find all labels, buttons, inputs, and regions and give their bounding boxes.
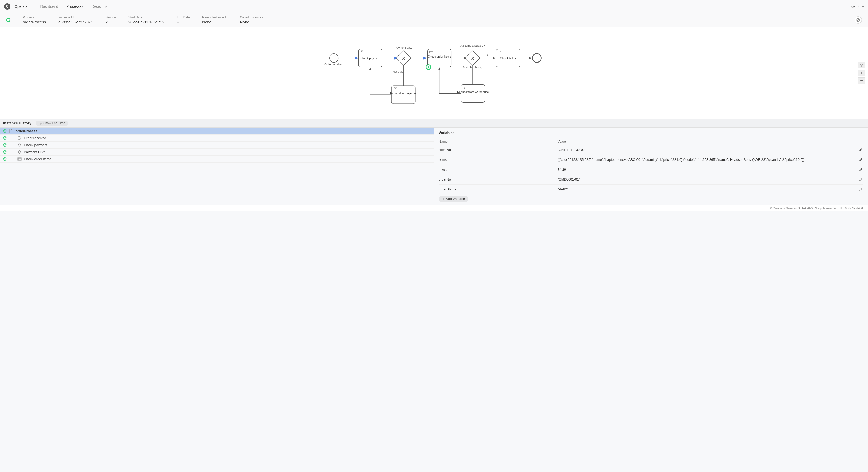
status-done-icon [3, 143, 7, 147]
cancel-icon [856, 18, 860, 22]
var-value: [{"code":"123.135.625","name":"Laptop Le… [558, 158, 859, 161]
var-name: orderNo [439, 177, 558, 181]
node-gateway-payment[interactable]: X [396, 51, 411, 65]
history-row-3[interactable]: Payment OK? [0, 149, 434, 156]
var-name: items [439, 158, 558, 161]
history-label: Payment OK? [24, 150, 45, 154]
info-end-date: End Date -- [177, 16, 190, 24]
edit-variable-button[interactable] [859, 158, 863, 162]
svg-point-26 [861, 65, 862, 66]
target-icon [860, 63, 863, 67]
svg-rect-37 [18, 150, 21, 153]
svg-rect-40 [18, 158, 21, 160]
footer: © Camunda Services GmbH 2022. All rights… [0, 205, 868, 211]
svg-text:Payment OK?: Payment OK? [395, 46, 412, 49]
script-icon: § [464, 85, 465, 89]
variable-row-mwst: mwst74.29 [439, 165, 863, 175]
show-end-time-toggle[interactable]: Show End Time [35, 121, 68, 126]
mail-icon: ✉ [499, 50, 501, 53]
app-name: Operate [14, 4, 34, 8]
history-title: Instance History [3, 121, 31, 125]
zoom-in-button[interactable]: + [858, 69, 865, 76]
svg-text:X: X [471, 56, 474, 61]
gear-icon: ⚙ [17, 143, 22, 147]
info-process: Process orderProcess [23, 16, 46, 24]
history-panel: orderProcessOrder received⚙Check payment… [0, 127, 434, 205]
var-value: "CMD0001-01" [558, 177, 859, 181]
gear-icon: ⚙ [394, 86, 397, 90]
plus-icon: + [442, 197, 444, 201]
svg-point-31 [4, 130, 5, 131]
history-panel-header: Instance History Show End Time [0, 119, 868, 127]
svg-text:All items available?: All items available? [460, 44, 485, 47]
variables-title: Variables [439, 131, 863, 135]
var-value: "CNT-1211132-02" [558, 148, 859, 152]
info-instance-id: Instance Id 4503599627372071 [58, 16, 93, 24]
info-parent-instance: Parent Instance Id None [202, 16, 227, 24]
svg-text:Ship Articles: Ship Articles [500, 57, 516, 60]
history-row-4[interactable]: Check order items [0, 156, 434, 163]
zoom-reset-button[interactable] [858, 62, 865, 68]
circle-icon [17, 136, 22, 140]
svg-line-29 [40, 123, 41, 123]
var-name: clientNo [439, 148, 558, 152]
chevron-down-icon: ▾ [862, 4, 864, 8]
nav-decisions[interactable]: Decisions [92, 4, 107, 8]
nav-dashboard[interactable]: Dashboard [40, 4, 58, 8]
user-menu[interactable]: demo ▾ [851, 4, 864, 8]
node-end-event[interactable] [532, 54, 541, 62]
user-label: demo [851, 4, 861, 8]
clock-icon [39, 122, 42, 125]
form-icon [17, 157, 22, 161]
edit-variable-button[interactable] [859, 168, 863, 172]
svg-line-1 [857, 19, 859, 21]
variables-header: Name Value [439, 138, 863, 145]
variable-row-clientNo: clientNo"CNT-1211132-02" [439, 145, 863, 155]
instance-info-bar: Process orderProcess Instance Id 4503599… [0, 13, 868, 27]
status-done-icon [3, 136, 7, 140]
variable-row-orderNo: orderNo"CMD0001-01" [439, 175, 863, 184]
edit-variable-button[interactable] [859, 177, 863, 182]
history-label: Order received [24, 136, 46, 140]
svg-text:X: X [402, 56, 405, 61]
document-icon [9, 129, 13, 133]
node-gateway-items[interactable]: X [465, 51, 480, 65]
var-name: orderStatus [439, 187, 558, 191]
zoom-out-button[interactable]: − [858, 77, 865, 84]
svg-point-12 [428, 66, 429, 68]
info-version: Version 2 [105, 16, 116, 24]
edit-variable-button[interactable] [859, 187, 863, 191]
svg-text:Order received: Order received [324, 63, 343, 66]
var-value: 74.29 [558, 168, 859, 171]
svg-point-34 [18, 137, 21, 140]
status-active-icon [3, 129, 7, 133]
logo: C [4, 3, 10, 9]
svg-text:Request for payment: Request for payment [390, 92, 416, 95]
svg-text:OK: OK [486, 54, 490, 57]
edit-variable-button[interactable] [859, 148, 863, 152]
variables-panel: Variables Name Value clientNo"CNT-121113… [434, 127, 868, 205]
svg-point-39 [4, 158, 5, 159]
top-header: C Operate Dashboard Processes Decisions … [0, 0, 868, 13]
svg-text:Smth is missing: Smth is missing [463, 66, 483, 69]
status-active-icon [3, 157, 7, 161]
bpmn-diagram[interactable]: Order received ⚙ Check payment X Payment… [0, 27, 868, 119]
diamond-icon [17, 150, 22, 154]
status-active-icon [6, 18, 10, 22]
nav-processes[interactable]: Processes [66, 4, 83, 8]
history-label: Check payment [24, 143, 47, 147]
variable-row-orderStatus: orderStatus"PAID" [439, 184, 863, 194]
svg-text:Not paid: Not paid [393, 70, 403, 73]
add-variable-button[interactable]: + Add Variable [439, 196, 468, 202]
var-value: "PAID" [558, 187, 859, 191]
history-label: Check order items [24, 157, 51, 161]
node-start-event[interactable] [330, 54, 338, 62]
gear-icon: ⚙ [361, 50, 364, 53]
history-row-0[interactable]: orderProcess [0, 127, 434, 135]
svg-text:Check payment: Check payment [360, 57, 380, 60]
history-row-2[interactable]: ⚙Check payment [0, 142, 434, 149]
cancel-instance-button[interactable] [855, 16, 862, 24]
svg-text:Check order items: Check order items [428, 55, 451, 58]
info-called-instances: Called Instances None [240, 16, 263, 24]
history-row-1[interactable]: Order received [0, 135, 434, 142]
